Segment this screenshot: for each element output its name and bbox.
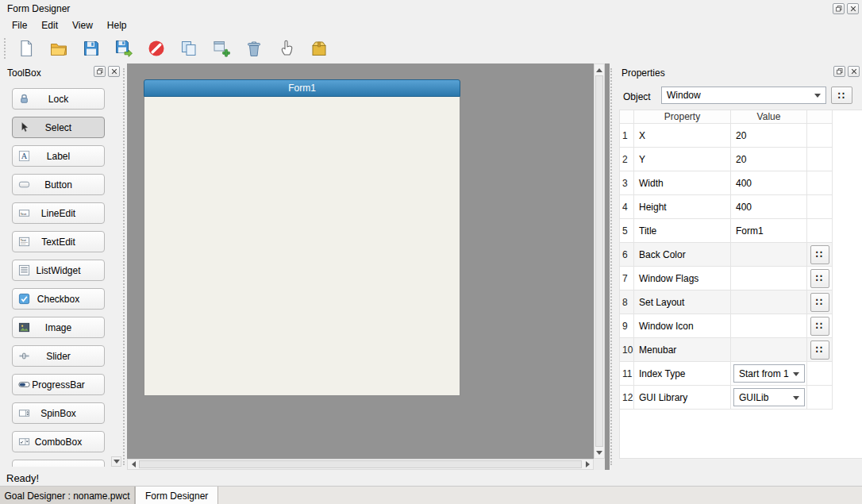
- menubar-editor-button[interactable]: ∷: [810, 340, 829, 360]
- row-number: 9: [620, 314, 634, 338]
- property-value-cell[interactable]: [731, 314, 807, 338]
- property-value-cell: Start from 1: [731, 362, 807, 386]
- editor-cell: [807, 124, 833, 148]
- object-editor-button[interactable]: ∷: [831, 87, 852, 104]
- property-value-cell[interactable]: 20: [731, 148, 807, 171]
- editor-cell: ∷: [807, 267, 833, 290]
- toolbox-item-label: TextEdit: [13, 237, 104, 248]
- toolbox-item-lock[interactable]: Lock: [12, 88, 105, 110]
- save-as-button[interactable]: [110, 36, 137, 62]
- tab-form-designer[interactable]: Form Designer: [135, 487, 218, 504]
- toolbox-item-listwidget[interactable]: ListWidget: [12, 260, 105, 281]
- property-row-x: 1X20: [620, 124, 862, 148]
- window-flags-editor-button[interactable]: ∷: [810, 269, 829, 288]
- toolbox-item-textedit[interactable]: TextTextEdit: [12, 231, 105, 252]
- editor-cell: [807, 386, 833, 410]
- scroll-left-button[interactable]: [129, 460, 138, 469]
- row-number: 10: [620, 338, 634, 362]
- bottom-tab-bar: Goal Designer : noname.pwct Form Designe…: [0, 486, 862, 504]
- window-icon-editor-button[interactable]: ∷: [810, 317, 829, 336]
- property-row-y: 2Y20: [620, 148, 862, 171]
- editor-cell: [807, 362, 833, 386]
- design-form-window[interactable]: Form1: [144, 79, 460, 396]
- scroll-down-button[interactable]: [595, 448, 604, 457]
- properties-float-button[interactable]: [833, 66, 845, 77]
- hand-pointer-button[interactable]: [273, 36, 299, 62]
- index-type-select[interactable]: Start from 1: [733, 364, 805, 383]
- property-name-cell: Y: [634, 148, 731, 171]
- close-icon: [111, 68, 117, 75]
- toolbox-item-list: LockSelectALabelButtonTextLineEditTextTe…: [2, 84, 111, 467]
- property-row-width: 3Width400: [620, 171, 862, 195]
- toolbox-close-button[interactable]: [108, 66, 120, 77]
- new-file-button[interactable]: [13, 36, 39, 62]
- save-button[interactable]: [78, 36, 104, 62]
- status-text: Ready!: [6, 472, 39, 484]
- open-folder-button[interactable]: [45, 36, 71, 62]
- back-color-editor-button[interactable]: ∷: [810, 245, 829, 264]
- stop-button[interactable]: [143, 36, 169, 62]
- property-value-cell[interactable]: Form1: [731, 219, 807, 243]
- header-row-number: [620, 110, 634, 124]
- property-value-cell[interactable]: 400: [731, 171, 807, 195]
- set-layout-editor-button[interactable]: ∷: [810, 293, 829, 312]
- right-splitter[interactable]: [610, 68, 614, 465]
- toolbox-item-progressbar[interactable]: ProgressBar: [12, 374, 105, 395]
- horizontal-scroll-thumb[interactable]: [139, 460, 582, 468]
- tab-goal-designer[interactable]: Goal Designer : noname.pwct: [0, 487, 135, 504]
- design-form-body[interactable]: [144, 97, 460, 396]
- menu-item-view[interactable]: View: [65, 17, 100, 33]
- scroll-right-button[interactable]: [583, 460, 592, 469]
- toolbar-drag-handle[interactable]: [4, 38, 6, 59]
- editor-cell: ∷: [807, 290, 833, 314]
- property-value-cell[interactable]: [731, 267, 807, 290]
- property-value-cell[interactable]: 400: [731, 195, 807, 219]
- toolbox-item-partial[interactable]: [12, 460, 105, 467]
- scroll-up-button[interactable]: [595, 65, 604, 75]
- toolbox-item-image[interactable]: Image: [12, 317, 105, 338]
- left-splitter[interactable]: [123, 68, 126, 465]
- add-window-button[interactable]: [208, 36, 234, 62]
- property-value-cell[interactable]: [731, 290, 807, 314]
- menu-item-help[interactable]: Help: [100, 17, 134, 33]
- canvas-vertical-scrollbar[interactable]: [594, 63, 605, 459]
- editor-cell: ∷: [807, 314, 833, 338]
- toolbox-item-combobox[interactable]: ComboBox: [12, 431, 105, 452]
- toolbox-item-label[interactable]: ALabel: [12, 145, 105, 167]
- toolbox-item-checkbox[interactable]: Checkbox: [12, 288, 105, 310]
- toolbox-scroll-down-button[interactable]: [111, 456, 121, 467]
- delete-button[interactable]: [241, 36, 267, 62]
- design-form-title: Form1: [288, 83, 316, 94]
- canvas-horizontal-scrollbar[interactable]: [127, 459, 594, 470]
- package-button[interactable]: [306, 36, 332, 62]
- menu-item-file[interactable]: File: [5, 17, 34, 33]
- toolbox-item-select[interactable]: Select: [12, 117, 105, 138]
- design-form-titlebar[interactable]: Form1: [144, 79, 460, 97]
- object-select-value: Window: [667, 90, 701, 101]
- close-icon: [850, 6, 856, 12]
- toolbox-float-button[interactable]: [94, 66, 106, 77]
- status-bar: Ready!: [0, 470, 862, 486]
- gui-library-select[interactable]: GUILib: [733, 388, 805, 406]
- toolbox-item-button[interactable]: Button: [12, 174, 105, 195]
- copy-button[interactable]: [175, 36, 202, 62]
- row-number: 4: [620, 195, 634, 219]
- toolbox-item-spinbox[interactable]: SpinBox: [12, 402, 105, 424]
- toolbox-item-slider[interactable]: Slider: [12, 345, 105, 367]
- package-icon: [310, 39, 329, 58]
- toolbox-item-label: Button: [13, 179, 104, 190]
- vertical-scroll-thumb[interactable]: [595, 75, 603, 447]
- window-close-button[interactable]: [847, 3, 859, 14]
- object-select[interactable]: Window: [661, 87, 826, 104]
- property-value-cell[interactable]: [731, 243, 807, 267]
- menu-item-edit[interactable]: Edit: [34, 17, 65, 33]
- chevron-down-icon: [793, 396, 799, 400]
- chevron-down-icon: [114, 460, 120, 464]
- header-editor: [807, 110, 833, 124]
- property-value-cell[interactable]: 20: [731, 124, 807, 148]
- property-value-cell[interactable]: [731, 338, 807, 362]
- property-row-height: 4Height400: [620, 195, 862, 219]
- window-restore-button[interactable]: [833, 3, 845, 14]
- properties-close-button[interactable]: [848, 66, 860, 77]
- toolbox-item-lineedit[interactable]: TextLineEdit: [12, 202, 105, 224]
